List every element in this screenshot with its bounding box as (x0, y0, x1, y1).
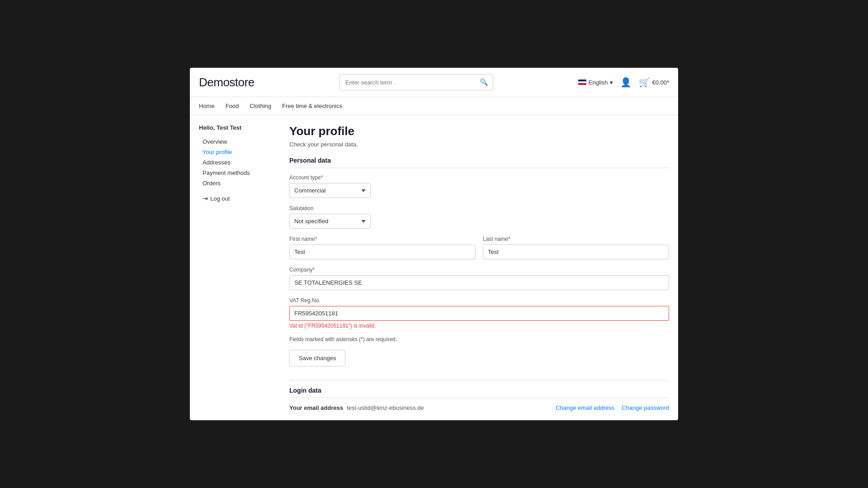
flag-icon (578, 80, 586, 85)
user-icon[interactable]: 👤 (620, 77, 632, 88)
top-right: English ▾ 👤 🛒 €0.00* (578, 77, 669, 88)
cart-amount: €0.00* (652, 79, 669, 86)
nav-item-food[interactable]: Food (226, 101, 239, 111)
language-selector[interactable]: English ▾ (578, 79, 613, 86)
company-label: Company* (289, 267, 669, 273)
vat-error-message: Vat id ("FR59542051181") is invalid. (289, 323, 669, 329)
search-input[interactable] (340, 75, 475, 89)
salutation-group: Salutation Not specified Mr. Mrs. Ms. (289, 205, 669, 229)
search-bar: 🔍 (340, 74, 493, 90)
sidebar: Hello, Test Test Overview Your profile A… (199, 124, 271, 411)
account-type-label: Account type* (289, 174, 669, 181)
login-data-section: Login data Your email address test-ustid… (289, 380, 669, 411)
salutation-select[interactable]: Not specified Mr. Mrs. Ms. (289, 214, 371, 229)
logo-bold: Demo (199, 75, 229, 89)
cart-icon: 🛒 (639, 77, 650, 88)
vat-label: VAT Reg.No. (289, 297, 669, 304)
last-name-label: Last name* (483, 236, 669, 242)
page-title: Your profile (289, 124, 669, 138)
first-name-input[interactable] (289, 244, 476, 259)
change-email-link[interactable]: Change email address (556, 404, 614, 411)
search-button[interactable]: 🔍 (475, 75, 493, 90)
sidebar-item-overview[interactable]: Overview (199, 136, 271, 147)
sidebar-item-orders[interactable]: Orders (199, 178, 271, 188)
email-value: test-ustid@lenz-ebusiness.de (347, 404, 424, 411)
logo[interactable]: Demostore (199, 75, 255, 89)
logo-light: store (229, 75, 254, 89)
account-type-group: Account type* Commercial Private (289, 174, 669, 198)
first-name-label: First name* (289, 236, 476, 242)
sidebar-item-addresses[interactable]: Addresses (199, 157, 271, 168)
page-subtitle: Check your personal data. (289, 141, 669, 148)
change-password-link[interactable]: Change password (622, 404, 669, 411)
browser-window: Demostore 🔍 English ▾ 👤 🛒 €0.00* Home Fo… (190, 68, 678, 420)
email-label: Your email address (289, 404, 343, 411)
last-name-input[interactable] (483, 244, 669, 259)
name-row: First name* Last name* (289, 236, 669, 267)
main-layout: Hello, Test Test Overview Your profile A… (190, 115, 678, 420)
first-name-group: First name* (289, 236, 476, 259)
logout-icon: ⇥ (203, 195, 208, 202)
sidebar-item-profile[interactable]: Your profile (199, 147, 271, 157)
profile-content: Your profile Check your personal data. P… (289, 124, 669, 411)
section-divider (289, 380, 669, 380)
nav-item-free-time[interactable]: Free time & electronics (282, 101, 342, 111)
vat-group: VAT Reg.No. Vat id ("FR59542051181") is … (289, 297, 669, 329)
login-links: Change email address Change password (556, 404, 669, 411)
personal-data-section-title: Personal data (289, 157, 669, 168)
vat-input[interactable] (289, 306, 669, 321)
logout-label: Log out (210, 195, 230, 202)
lang-label: English (589, 79, 608, 86)
top-bar: Demostore 🔍 English ▾ 👤 🛒 €0.00* (190, 68, 678, 97)
nav-item-clothing[interactable]: Clothing (250, 101, 271, 111)
last-name-group: Last name* (483, 236, 669, 259)
required-note: Fields marked with asterisks (*) are req… (289, 336, 669, 343)
account-type-select[interactable]: Commercial Private (289, 183, 371, 198)
cart-area[interactable]: 🛒 €0.00* (639, 77, 669, 88)
nav-item-home[interactable]: Home (199, 101, 215, 111)
company-group: Company* (289, 267, 669, 290)
login-data-section-title: Login data (289, 387, 669, 398)
sidebar-greeting: Hello, Test Test (199, 124, 271, 131)
salutation-label: Salutation (289, 205, 669, 211)
sidebar-item-payment[interactable]: Payment methods (199, 168, 271, 178)
company-input[interactable] (289, 275, 669, 290)
lang-arrow: ▾ (610, 79, 613, 86)
login-row: Your email address test-ustid@lenz-ebusi… (289, 404, 669, 411)
save-button[interactable]: Save changes (289, 350, 345, 366)
nav-bar: Home Food Clothing Free time & electroni… (190, 97, 678, 115)
logout-button[interactable]: ⇥ Log out (199, 193, 271, 204)
